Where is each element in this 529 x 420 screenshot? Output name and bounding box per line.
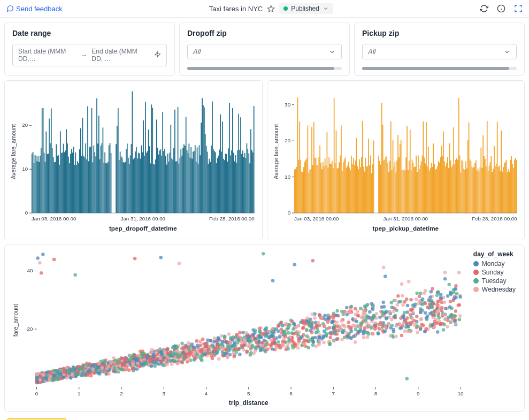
svg-text:Average fare_amount: Average fare_amount	[272, 124, 279, 179]
pickup-value: All	[368, 48, 375, 56]
svg-rect-357	[415, 166, 416, 213]
svg-rect-328	[385, 157, 386, 213]
refresh-icon[interactable]	[480, 4, 488, 13]
svg-rect-87	[108, 162, 109, 213]
scrollbar[interactable]	[362, 67, 517, 70]
svg-rect-242	[294, 170, 295, 213]
svg-point-2523	[340, 338, 344, 341]
svg-rect-378	[436, 169, 437, 213]
legend-item[interactable]: Monday	[473, 260, 516, 268]
scrollbar[interactable]	[187, 67, 342, 70]
svg-point-2480	[235, 333, 239, 337]
svg-rect-62	[82, 118, 83, 213]
svg-rect-337	[394, 162, 395, 213]
svg-point-1393	[416, 331, 420, 334]
svg-rect-132	[157, 148, 158, 213]
svg-point-2619	[328, 336, 332, 340]
svg-rect-332	[389, 161, 390, 213]
svg-point-2607	[74, 373, 78, 377]
svg-rect-160	[186, 117, 187, 213]
svg-point-2676	[144, 362, 148, 365]
svg-rect-255	[307, 126, 308, 213]
pickup-select[interactable]: All	[362, 44, 517, 59]
svg-rect-321	[378, 156, 379, 213]
svg-point-2576	[170, 353, 174, 356]
svg-text:20: 20	[22, 122, 28, 128]
svg-point-1786	[424, 289, 427, 293]
chart-pickup: 0102030Average fare_amountJan 03, 2016 0…	[267, 80, 525, 240]
svg-rect-334	[391, 170, 392, 213]
svg-point-2383	[175, 345, 179, 349]
svg-point-512	[311, 343, 315, 347]
svg-point-2643	[419, 307, 423, 311]
svg-rect-391	[449, 143, 450, 213]
svg-rect-74	[94, 152, 95, 213]
svg-rect-147	[172, 159, 173, 213]
svg-rect-223	[249, 163, 250, 213]
scrollbar-thumb[interactable]	[187, 67, 334, 70]
svg-point-2689	[80, 372, 84, 376]
svg-rect-369	[427, 166, 428, 213]
svg-rect-349	[407, 126, 408, 213]
svg-rect-190	[216, 163, 217, 213]
svg-point-1258	[415, 315, 419, 318]
svg-rect-122	[147, 151, 148, 213]
svg-rect-99	[124, 163, 125, 213]
scrollbar-thumb[interactable]	[362, 67, 509, 70]
svg-point-2449	[176, 362, 180, 366]
svg-point-2666	[224, 348, 228, 352]
send-feedback-link[interactable]: Send feedback	[6, 5, 63, 13]
svg-rect-262	[314, 158, 315, 213]
dropoff-select[interactable]: All	[187, 44, 342, 59]
chart-pickup-svg: 0102030Average fare_amountJan 03, 2016 0…	[271, 85, 522, 236]
lightning-icon[interactable]	[154, 51, 161, 59]
svg-point-2080	[345, 306, 349, 310]
svg-rect-266	[318, 157, 319, 213]
svg-point-2436	[401, 303, 405, 307]
svg-text:4: 4	[205, 391, 208, 396]
svg-point-495	[52, 258, 56, 262]
svg-point-2664	[131, 367, 134, 371]
svg-rect-63	[83, 156, 85, 213]
svg-text:5: 5	[247, 391, 250, 396]
legend-item[interactable]: Tuesday	[473, 277, 516, 285]
svg-rect-214	[240, 117, 241, 213]
svg-rect-23	[43, 108, 44, 213]
fullscreen-icon[interactable]	[514, 4, 523, 13]
svg-point-2638	[427, 299, 431, 302]
svg-rect-276	[328, 157, 329, 213]
svg-rect-91	[116, 144, 117, 213]
legend-item[interactable]: Sunday	[473, 269, 516, 276]
svg-text:10: 10	[285, 174, 290, 180]
svg-rect-115	[140, 159, 141, 213]
svg-rect-29	[49, 119, 50, 213]
svg-point-2059	[335, 325, 339, 329]
legend-item[interactable]: Wednesday	[473, 286, 516, 293]
svg-point-1709	[221, 340, 225, 343]
svg-point-774	[406, 310, 410, 314]
svg-point-2659	[86, 364, 89, 368]
svg-point-688	[293, 263, 296, 266]
svg-point-2376	[237, 338, 241, 342]
svg-point-2104	[262, 252, 265, 256]
star-icon[interactable]	[267, 5, 275, 13]
svg-point-2577	[407, 325, 410, 329]
svg-rect-243	[295, 169, 296, 213]
info-icon[interactable]	[497, 4, 505, 13]
svg-point-1924	[281, 344, 285, 348]
svg-rect-256	[308, 173, 309, 213]
svg-rect-283	[335, 131, 336, 213]
svg-rect-18	[37, 156, 39, 213]
svg-rect-259	[311, 127, 312, 213]
svg-point-1028	[440, 306, 444, 310]
svg-rect-111	[136, 147, 137, 213]
status-dropdown[interactable]: Published	[279, 3, 333, 14]
date-range-input[interactable]: Start date (MMM DD,… → End date (MMM DD,…	[12, 44, 167, 66]
svg-rect-281	[333, 98, 334, 213]
svg-point-2111	[415, 297, 418, 301]
svg-rect-362	[419, 165, 420, 213]
svg-rect-441	[500, 171, 501, 213]
svg-rect-440	[499, 166, 500, 213]
svg-rect-284	[336, 168, 338, 213]
svg-text:tpep_dropoff_datetime: tpep_dropoff_datetime	[109, 225, 177, 232]
